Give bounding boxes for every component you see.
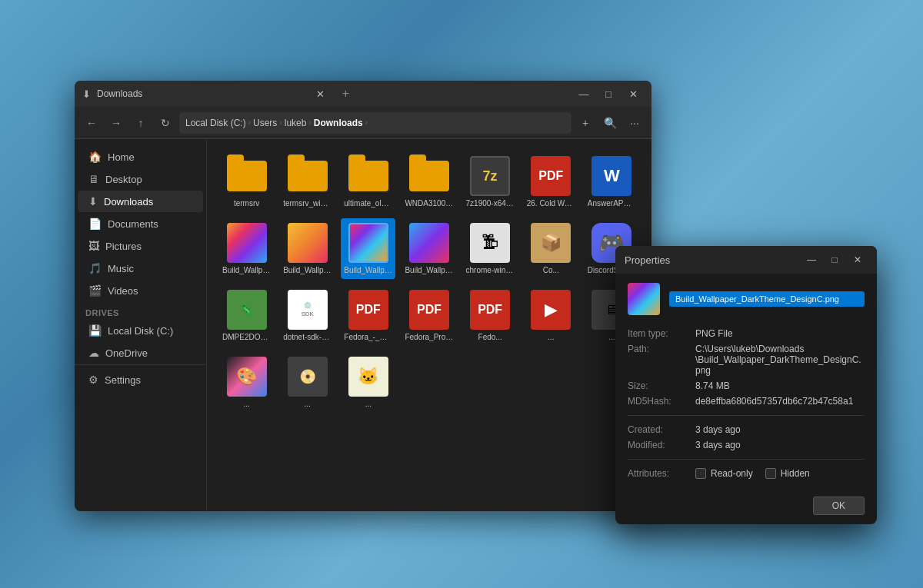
file-name: termsrv_win_10_x6... [283, 199, 332, 208]
file-item[interactable]: 7z 7z1900-x64.exe [463, 151, 518, 212]
properties-title-bar: Properties — □ ✕ [615, 246, 877, 274]
add-button[interactable]: + [575, 112, 596, 134]
nav-bar: ← → ↑ ↻ Local Disk (C:) › Users › lukeb … [75, 107, 651, 139]
file-item[interactable]: Build_Wallpaper_D... [219, 218, 274, 279]
props-value: 3 days ago [695, 440, 741, 450]
explorer-window: ⬇ Downloads ✕ + — □ ✕ ← → ↑ ↻ Local Disk… [75, 81, 651, 511]
file-name: Fedora_-_Welome... [344, 333, 392, 341]
file-name: dotnet-sdk-3.1.30... [283, 333, 332, 341]
props-close-button[interactable]: ✕ [848, 252, 868, 267]
props-checkbox-hidden[interactable]: Hidden [765, 468, 810, 479]
file-name: ... [527, 333, 575, 341]
props-row-created: Created: 3 days ago [628, 422, 865, 437]
sidebar-item-downloads[interactable]: ⬇ Downloads [78, 191, 203, 212]
breadcrumb-part: Users [253, 118, 277, 128]
sidebar-item-pictures[interactable]: 🖼 Pictures [78, 235, 203, 257]
sidebar-label: Music [108, 263, 134, 274]
ok-button[interactable]: OK [813, 497, 865, 515]
more-button[interactable]: ··· [624, 112, 645, 134]
props-filename-input[interactable] [669, 291, 865, 307]
file-item[interactable]: termsrv_win_10_x6... [280, 151, 335, 212]
refresh-button[interactable]: ↻ [155, 112, 176, 134]
tab-close-button[interactable]: ✕ [310, 85, 332, 102]
file-item[interactable]: WNDA3100v2_V2... [402, 151, 456, 212]
sidebar-item-videos[interactable]: 🎬 Videos [78, 280, 203, 301]
hidden-label: Hidden [781, 468, 810, 479]
sidebar-item-documents[interactable]: 📄 Documents [78, 213, 203, 234]
tab-label: Downloads [97, 88, 304, 99]
props-label: MD5Hash: [628, 396, 689, 407]
file-item[interactable]: ▶ ... [524, 285, 578, 346]
sidebar-item-local-c[interactable]: 💾 Local Disk (C:) [78, 320, 203, 341]
props-row-modified: Modified: 3 days ago [628, 437, 865, 453]
file-item-selected[interactable]: Build_Wallpaper_D... [341, 218, 395, 279]
props-footer: OK [615, 490, 877, 524]
breadcrumb[interactable]: Local Disk (C:) › Users › lukeb › Downlo… [179, 112, 571, 134]
file-item[interactable]: termsrv [219, 151, 274, 212]
drive-icon: 💾 [88, 324, 102, 337]
readonly-label: Read-only [711, 468, 753, 479]
file-item[interactable]: 🗜 chrome-win.zip [463, 218, 518, 279]
props-checkbox-readonly[interactable]: Read-only [695, 468, 753, 479]
file-item[interactable]: ultimate_oldschoo... [341, 151, 395, 212]
props-label: Created: [628, 424, 689, 435]
file-item[interactable]: 🐱 ... [341, 352, 395, 413]
sidebar-label: Desktop [105, 174, 142, 185]
props-value: C:\Users\lukeb\Downloads\Build_Wallpaper… [695, 344, 865, 376]
sidebar-label: Pictures [105, 241, 142, 252]
file-item[interactable]: 📦 Co... [524, 218, 578, 279]
sidebar-item-settings[interactable]: ⚙ Settings [78, 369, 203, 390]
props-minimize-button[interactable]: — [801, 252, 821, 267]
file-name: ... [283, 400, 332, 408]
forward-button[interactable]: → [105, 112, 127, 134]
file-item[interactable]: PDF Fedora_-_Welome... [341, 285, 395, 346]
props-label: Path: [628, 344, 689, 376]
file-name: Fedora_Project_Lin... [405, 333, 453, 341]
file-name: termsrv [222, 199, 271, 208]
file-name: 7z1900-x64.exe [466, 199, 515, 208]
file-name: Fedo... [466, 333, 515, 341]
back-button[interactable]: ← [81, 112, 102, 134]
props-label: Modified: [628, 440, 689, 450]
file-item[interactable]: 🎨 ... [219, 352, 274, 413]
file-item[interactable]: PDF Fedora_Project_Lin... [402, 285, 456, 346]
props-maximize-button[interactable]: □ [825, 252, 845, 267]
hidden-checkbox[interactable] [765, 468, 776, 479]
content-area: 🏠 Home 🖥 Desktop ⬇ Downloads 📄 Documents… [75, 139, 651, 511]
new-tab-button[interactable]: + [338, 87, 354, 101]
props-value: 8.74 MB [695, 380, 730, 391]
file-item[interactable]: W AnswerAPUSH.docx [585, 151, 639, 212]
sidebar-item-home[interactable]: 🏠 Home [78, 146, 203, 168]
file-item[interactable]: Build_Wallpaper_D... [402, 218, 456, 279]
sidebar-label: Videos [108, 285, 138, 297]
cloud-icon: ☁ [88, 347, 99, 359]
up-button[interactable]: ↑ [130, 112, 152, 134]
maximize-button[interactable]: □ [598, 85, 619, 102]
search-button[interactable]: 🔍 [599, 112, 621, 134]
sidebar-item-music[interactable]: 🎵 Music [78, 257, 203, 279]
sidebar-label: Documents [108, 218, 158, 230]
close-button[interactable]: ✕ [622, 85, 644, 102]
props-divider [628, 415, 865, 416]
file-item[interactable]: 💿 SDK dotnet-sdk-3.1.30... [280, 285, 335, 346]
minimize-button[interactable]: — [573, 85, 595, 102]
props-row-size: Size: 8.74 MB [628, 378, 865, 394]
sidebar-label: Settings [105, 374, 141, 386]
file-item[interactable]: 🦎 DMPE2DOT2.exe [219, 285, 274, 346]
file-item[interactable]: Build_Wallpaper_D... [280, 218, 335, 279]
file-item[interactable]: 📀 ... [280, 352, 335, 413]
sidebar-item-onedrive[interactable]: ☁ OneDrive [78, 342, 203, 364]
readonly-checkbox[interactable] [695, 468, 706, 479]
file-item[interactable]: PDF 26. Cold War With... [524, 151, 578, 212]
sidebar: 🏠 Home 🖥 Desktop ⬇ Downloads 📄 Documents… [75, 139, 207, 511]
properties-title: Properties [625, 254, 670, 266]
file-name: chrome-win.zip [466, 266, 515, 274]
file-name: DMPE2DOT2.exe [222, 333, 271, 341]
props-checkboxes: Read-only Hidden [695, 468, 810, 479]
properties-window: Properties — □ ✕ Item type: PNG File Pat… [615, 246, 877, 524]
file-item[interactable]: PDF Fedo... [463, 285, 518, 346]
sidebar-item-desktop[interactable]: 🖥 Desktop [78, 168, 203, 190]
properties-content: Item type: PNG File Path: C:\Users\lukeb… [615, 274, 877, 490]
file-name: ... [344, 400, 392, 408]
sidebar-label: OneDrive [105, 347, 148, 359]
